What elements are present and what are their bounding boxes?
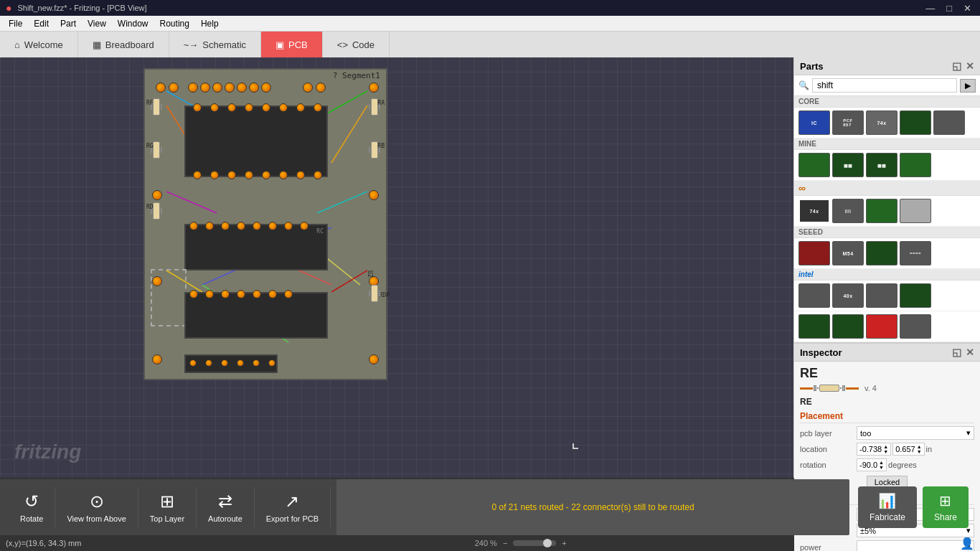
share-icon: ⊞ [939, 492, 951, 509]
y-up[interactable]: ▲ [917, 444, 922, 449]
location-y-field[interactable]: 0.657 ▲ ▼ [892, 443, 924, 456]
part-item[interactable] [900, 110, 931, 135]
led [188, 83, 198, 93]
view-from-above-button[interactable]: ⊙ View from Above [55, 487, 138, 527]
part-item[interactable] [866, 283, 897, 308]
tab-code[interactable]: <> Code [323, 32, 390, 57]
led [369, 354, 379, 364]
fabricate-button[interactable]: 📊 Fabricate [858, 486, 917, 528]
led [200, 83, 210, 93]
part-item[interactable] [832, 314, 864, 339]
menu-window[interactable]: Window [112, 17, 154, 30]
x-down[interactable]: ▼ [883, 449, 888, 454]
zoom-controls: 240 % − + [475, 539, 567, 547]
parts-close-icon[interactable]: ✕ [966, 60, 974, 72]
location-x-field[interactable]: -0.738 ▲ ▼ [857, 443, 891, 456]
resistor-rdp-r [369, 285, 380, 302]
minimize-btn[interactable]: — [923, 3, 938, 14]
tab-bar: ⌂ Welcome ▦ Breadboard ~→ Schematic ▣ PC… [0, 32, 980, 57]
pin [193, 103, 202, 112]
tab-pcb[interactable]: ▣ PCB [261, 32, 323, 57]
part-item[interactable] [900, 314, 931, 339]
label-rf: RF [146, 100, 154, 106]
pin [237, 359, 244, 367]
zoom-level: 240 % [475, 539, 497, 547]
maximize-btn[interactable]: □ [943, 3, 955, 14]
pcb-layer-field[interactable]: too ▾ [857, 426, 974, 440]
led [237, 83, 247, 93]
search-button[interactable]: ▶ [960, 79, 976, 93]
svg-line-4 [166, 192, 217, 213]
pcb-canvas[interactable]: fritzing ? Segment1 [0, 57, 793, 478]
zoom-in-btn[interactable]: + [562, 539, 566, 547]
pin [189, 290, 198, 298]
power-field[interactable]: ▾ [857, 540, 974, 551]
part-item[interactable] [900, 153, 931, 177]
seeed-label: SEEED [794, 227, 980, 238]
part-item[interactable] [900, 199, 931, 223]
part-item[interactable] [798, 283, 830, 308]
rot-down[interactable]: ▼ [879, 465, 884, 470]
bottom-led-left [152, 354, 162, 364]
zoom-out-btn[interactable]: − [503, 539, 507, 547]
pin [205, 222, 214, 230]
core-grid: IC PCF857 74x [794, 108, 980, 138]
autoroute-button[interactable]: ⇄ Autoroute [197, 487, 255, 527]
part-item-selected[interactable]: 74x [798, 199, 830, 223]
menu-part[interactable]: Part [55, 17, 82, 30]
export-pcb-button[interactable]: ↗ Export for PCB [255, 487, 331, 527]
part-item[interactable]: ▦▦ [866, 153, 897, 177]
share-button[interactable]: ⊞ Share [923, 486, 969, 528]
part-item[interactable] [798, 153, 830, 177]
part-item[interactable]: PCF857 [832, 110, 864, 135]
pin [221, 290, 230, 298]
pin [237, 290, 245, 298]
label-ra: RA [377, 100, 385, 106]
zoom-handle[interactable] [543, 539, 552, 547]
rotation-field[interactable]: -90.0 ▲ ▼ [857, 458, 887, 471]
inspector-expand-icon[interactable]: ◱ [952, 347, 961, 358]
part-item[interactable]: M54 [832, 241, 864, 265]
y-down[interactable]: ▼ [917, 449, 922, 454]
part-item[interactable] [798, 241, 830, 265]
part-item[interactable] [900, 283, 931, 308]
mid-led-right [369, 190, 379, 200]
part-item[interactable]: 74x [866, 110, 897, 135]
parts-expand-icon[interactable]: ◱ [952, 60, 961, 72]
close-btn[interactable]: ✕ [961, 3, 974, 14]
pin [296, 171, 305, 179]
part-item[interactable]: ▦▦ [832, 153, 864, 177]
part-item[interactable] [866, 199, 897, 223]
menu-file[interactable]: File [3, 17, 28, 30]
top-led-row-right [303, 83, 326, 93]
part-item[interactable]: ==== [900, 241, 931, 265]
menu-routing[interactable]: Routing [154, 17, 195, 30]
part-item[interactable] [933, 110, 965, 135]
part-item[interactable]: IC [798, 110, 830, 135]
search-input[interactable] [812, 78, 957, 93]
tab-breadboard[interactable]: ▦ Breadboard [78, 32, 169, 57]
parts-search-bar: 🔍 ▶ [794, 75, 980, 96]
part-item[interactable]: |||| [832, 199, 864, 223]
menu-edit[interactable]: Edit [28, 17, 55, 30]
part-item[interactable] [866, 314, 897, 339]
menu-help[interactable]: Help [195, 17, 225, 30]
top-layer-button[interactable]: ⊞ Top Layer [138, 487, 197, 527]
label-rb: RB [377, 143, 385, 149]
rot-up[interactable]: ▲ [879, 460, 884, 465]
part-item[interactable] [866, 241, 897, 265]
part-item[interactable] [798, 314, 830, 339]
tab-schematic[interactable]: ~→ Schematic [169, 32, 261, 57]
zoom-slider[interactable] [513, 540, 556, 546]
rotate-button[interactable]: ↺ Rotate [9, 487, 55, 527]
arduino-label: ∞ [794, 181, 980, 196]
parts-section-seeed: SEEED M54 ==== [794, 227, 980, 269]
tab-welcome[interactable]: ⌂ Welcome [0, 32, 78, 57]
inspector-close-icon[interactable]: ✕ [966, 347, 974, 358]
pin [284, 222, 293, 230]
menu-view[interactable]: View [82, 17, 112, 30]
part-item[interactable]: 40x [832, 283, 864, 308]
pin [245, 103, 253, 112]
top-led-far-right [369, 83, 379, 93]
x-up[interactable]: ▲ [883, 444, 888, 449]
